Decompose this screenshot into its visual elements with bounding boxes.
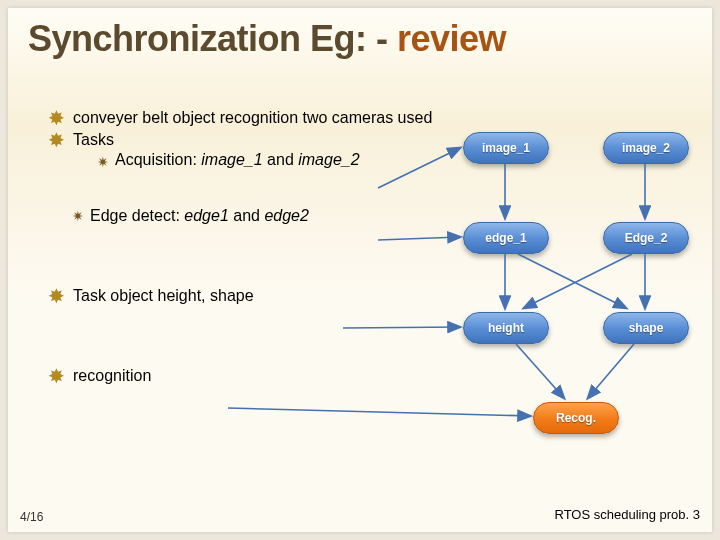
slide-title: Synchronization Eg: - review <box>28 18 506 60</box>
acq-it1: image_1 <box>201 151 262 168</box>
bullet-4: ✸ Task object height, shape <box>48 286 438 306</box>
bullet-3-text: Edge detect: edge1 and edge2 <box>90 206 309 226</box>
bullet-3: ✷ Edge detect: edge1 and edge2 <box>72 206 438 226</box>
title-plain: Synchronization Eg: - <box>28 18 397 59</box>
node-shape: shape <box>603 312 689 344</box>
acq-mid: and <box>263 151 299 168</box>
svg-line-11 <box>588 344 634 398</box>
bullet-4-text: Task object height, shape <box>73 286 254 306</box>
footer-caption: RTOS scheduling prob. 3 <box>555 507 701 522</box>
bullet-2a: ✷ Acquisition: image_1 and image_2 <box>97 150 438 172</box>
bullet-2-text: Tasks <box>73 131 114 148</box>
node-label: image_2 <box>622 141 670 155</box>
node-image-1: image_1 <box>463 132 549 164</box>
node-label: Edge_2 <box>625 231 668 245</box>
bullet-1: ✸ conveyer belt object recognition two c… <box>48 108 438 128</box>
bullet-icon: ✸ <box>48 286 65 306</box>
node-label: Recog. <box>556 411 596 425</box>
bullet-icon: ✸ <box>48 130 65 150</box>
edge-it1: edge1 <box>184 207 229 224</box>
node-label: shape <box>629 321 664 335</box>
svg-line-3 <box>228 408 530 416</box>
bullet-2a-text: Acquisition: image_1 and image_2 <box>115 150 360 170</box>
bullet-icon: ✸ <box>48 108 65 128</box>
svg-line-8 <box>524 254 632 308</box>
svg-line-7 <box>518 254 626 308</box>
node-label: edge_1 <box>485 231 526 245</box>
node-height: height <box>463 312 549 344</box>
edge-prefix: Edge detect: <box>90 207 184 224</box>
bullet-5-text: recognition <box>73 366 151 386</box>
bullet-2: ✸ Tasks ✷ Acquisition: image_1 and image… <box>48 130 438 172</box>
title-accent: review <box>397 18 506 59</box>
bullet-icon: ✸ <box>48 366 65 386</box>
svg-line-10 <box>516 344 564 398</box>
node-label: image_1 <box>482 141 530 155</box>
node-edge-1: edge_1 <box>463 222 549 254</box>
node-label: height <box>488 321 524 335</box>
bullet-1-text: conveyer belt object recognition two cam… <box>73 108 432 128</box>
node-recog: Recog. <box>533 402 619 434</box>
edge-it2: edge2 <box>264 207 309 224</box>
acq-it2: image_2 <box>298 151 359 168</box>
acq-prefix: Acquisition: <box>115 151 201 168</box>
task-prefix: Task <box>73 287 106 304</box>
edge-mid: and <box>229 207 265 224</box>
node-edge-2: Edge_2 <box>603 222 689 254</box>
bullet-icon: ✷ <box>72 208 84 226</box>
node-image-2: image_2 <box>603 132 689 164</box>
body-text: ✸ conveyer belt object recognition two c… <box>48 108 438 388</box>
bullet-5: ✸ recognition <box>48 366 438 386</box>
task-rest: object height, shape <box>106 287 254 304</box>
bullet-icon: ✷ <box>97 152 109 172</box>
footer-page-number: 4/16 <box>20 510 43 524</box>
